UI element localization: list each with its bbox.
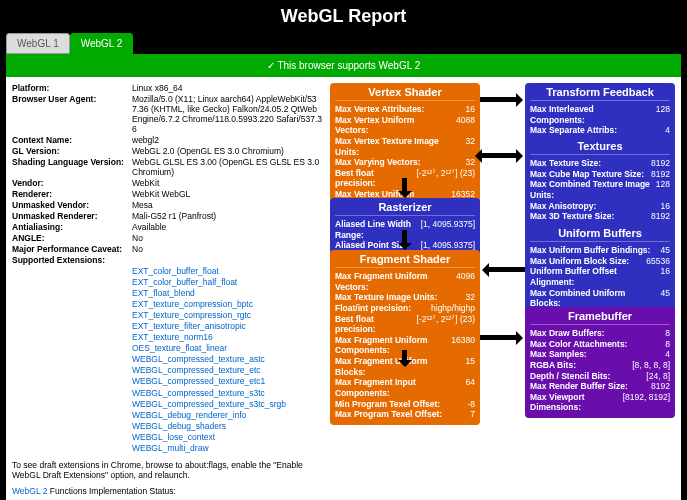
tab-webgl2[interactable]: WebGL 2 — [70, 33, 134, 54]
card-fragment: Fragment ShaderMax Fragment Uniform Vect… — [330, 250, 480, 425]
card-row: Max Fragment Uniform Vectors:4096 — [335, 271, 475, 292]
card-row: RGBA Bits:[8, 8, 8, 8] — [530, 360, 670, 371]
info-value: Mesa — [132, 200, 322, 210]
info-row: Vendor:WebKit — [12, 178, 322, 188]
info-label: ANGLE: — [12, 233, 132, 243]
info-row: Renderer:WebKit WebGL — [12, 189, 322, 199]
webgl2-link[interactable]: WebGL 2 — [12, 486, 47, 496]
extension-link[interactable]: EXT_texture_compression_rgtc — [132, 310, 322, 321]
extension-link[interactable]: WEBGL_compressed_texture_s3tc — [132, 388, 322, 399]
info-value: Linux x86_64 — [132, 83, 322, 93]
extension-link[interactable]: WEBGL_multi_draw — [132, 443, 322, 454]
info-row: Major Performance Caveat:No — [12, 244, 322, 254]
extension-link[interactable]: EXT_texture_filter_anisotropic — [132, 321, 322, 332]
support-banner: This browser supports WebGL 2 — [6, 54, 681, 77]
card-row: Max Combined Texture Image Units:128 — [530, 179, 670, 200]
extension-link[interactable]: WEBGL_debug_renderer_info — [132, 410, 322, 421]
card-row: Max Uniform Block Size:65536 — [530, 256, 670, 267]
extension-link[interactable]: OES_texture_float_linear — [132, 343, 322, 354]
card-row: Max Color Attachments:8 — [530, 339, 670, 350]
info-row: Unmasked Vendor:Mesa — [12, 200, 322, 210]
card-row: Max Uniform Buffer Bindings:45 — [530, 245, 670, 256]
info-label: Renderer: — [12, 189, 132, 199]
func-status: WebGL 2 Functions Implementation Status: — [12, 486, 322, 496]
card-title: Framebuffer — [530, 310, 670, 325]
info-row: Platform:Linux x86_64 — [12, 83, 322, 93]
card-title: Vertex Shader — [335, 86, 475, 101]
arrow-rasterizer-fragment — [402, 230, 407, 245]
extension-link[interactable]: WEBGL_compressed_texture_etc — [132, 365, 322, 376]
arrow-uniform-fragment — [487, 267, 525, 272]
extension-link[interactable]: WEBGL_debug_shaders — [132, 421, 322, 432]
info-label: Supported Extensions: — [12, 255, 132, 265]
info-label: Unmasked Renderer: — [12, 211, 132, 221]
card-row: Max Vertex Texture Image Units:32 — [335, 136, 475, 157]
card-row: Max Samples:4 — [530, 349, 670, 360]
card-row: Max Vertex Uniform Vectors:4088 — [335, 115, 475, 136]
info-value: No — [132, 233, 322, 243]
card-row: Uniform Buffer Offset Alignment:16 — [530, 266, 670, 287]
info-label: Antialiasing: — [12, 222, 132, 232]
info-value: Available — [132, 222, 322, 232]
info-value: webgl2 — [132, 135, 322, 145]
info-row: Shading Language Version:WebGL GLSL ES 3… — [12, 157, 322, 177]
info-row: Browser User Agent:Mozilla/5.0 (X11; Lin… — [12, 94, 322, 134]
info-label: GL Version: — [12, 146, 132, 156]
extension-link[interactable]: WEBGL_compressed_texture_astc — [132, 354, 322, 365]
card-row: Max Combined Uniform Blocks:45 — [530, 288, 670, 309]
card-row: Max Anisotropy:16 — [530, 201, 670, 212]
extension-link[interactable]: EXT_texture_norm16 — [132, 332, 322, 343]
arrow-vertex-textures — [480, 153, 518, 158]
draft-note: To see draft extensions in Chrome, brows… — [12, 460, 322, 480]
info-row: Antialiasing:Available — [12, 222, 322, 232]
card-row: Min Program Texel Offset:-8 — [335, 399, 475, 410]
card-row: Max Separate Attribs:4 — [530, 125, 670, 136]
extension-link[interactable]: EXT_float_blend — [132, 288, 322, 299]
info-row: Context Name:webgl2 — [12, 135, 322, 145]
extension-link[interactable]: WEBGL_compressed_texture_s3tc_srgb — [132, 399, 322, 410]
card-row: Max Draw Buffers:8 — [530, 328, 670, 339]
extension-link[interactable]: WEBGL_lose_context — [132, 432, 322, 443]
arrow-vertex-rasterizer — [402, 178, 407, 193]
diagram: Vertex ShaderMax Vertex Attributes:16Max… — [330, 83, 675, 500]
card-row: Max Render Buffer Size:8192 — [530, 381, 670, 392]
arrow-vertex-tf — [480, 97, 518, 102]
info-label: Platform: — [12, 83, 132, 93]
card-title: Uniform Buffers — [530, 227, 670, 242]
card-framebuffer: FramebufferMax Draw Buffers:8Max Color A… — [525, 307, 675, 418]
info-label: Browser User Agent: — [12, 94, 132, 134]
card-row: Best float precision:[-2¹²⁷, 2¹²⁷] (23) — [335, 314, 475, 335]
info-value: WebGL GLSL ES 3.00 (OpenGL ES GLSL ES 3.… — [132, 157, 322, 177]
card-row: Max 3D Texture Size:8192 — [530, 211, 670, 222]
info-label: Unmasked Vendor: — [12, 200, 132, 210]
card-title: Transform Feedback — [530, 86, 670, 101]
card-row: Max Fragment Input Components:64 — [335, 377, 475, 398]
info-value: WebKit — [132, 178, 322, 188]
arrow-fragment-fb — [402, 350, 407, 362]
card-title: Textures — [530, 140, 670, 155]
extension-link[interactable]: EXT_color_buffer_float — [132, 266, 322, 277]
arrow-fragment-fb-h — [480, 335, 518, 340]
info-panel: Platform:Linux x86_64Browser User Agent:… — [12, 83, 322, 500]
extension-link[interactable]: EXT_color_buffer_half_float — [132, 277, 322, 288]
card-row: Depth / Stencil Bits:[24, 8] — [530, 371, 670, 382]
info-value: WebGL 2.0 (OpenGL ES 3.0 Chromium) — [132, 146, 322, 156]
card-row: Max Varying Vectors:32 — [335, 157, 475, 168]
info-label: Context Name: — [12, 135, 132, 145]
info-value: Mali-G52 r1 (Panfrost) — [132, 211, 322, 221]
card-title: Fragment Shader — [335, 253, 475, 268]
info-value — [132, 255, 322, 265]
info-row: ANGLE:No — [12, 233, 322, 243]
info-row: Supported Extensions: — [12, 255, 322, 265]
info-value: No — [132, 244, 322, 254]
extension-link[interactable]: EXT_texture_compression_bptc — [132, 299, 322, 310]
card-row: Max Vertex Attributes:16 — [335, 104, 475, 115]
info-row: GL Version:WebGL 2.0 (OpenGL ES 3.0 Chro… — [12, 146, 322, 156]
info-label: Vendor: — [12, 178, 132, 188]
card-row: Max Interleaved Components:128 — [530, 104, 670, 125]
card-row: Max Texture Size:8192 — [530, 158, 670, 169]
extension-link[interactable]: WEBGL_compressed_texture_etc1 — [132, 376, 322, 387]
info-label: Major Performance Caveat: — [12, 244, 132, 254]
info-value: WebKit WebGL — [132, 189, 322, 199]
tab-webgl1[interactable]: WebGL 1 — [6, 33, 70, 54]
